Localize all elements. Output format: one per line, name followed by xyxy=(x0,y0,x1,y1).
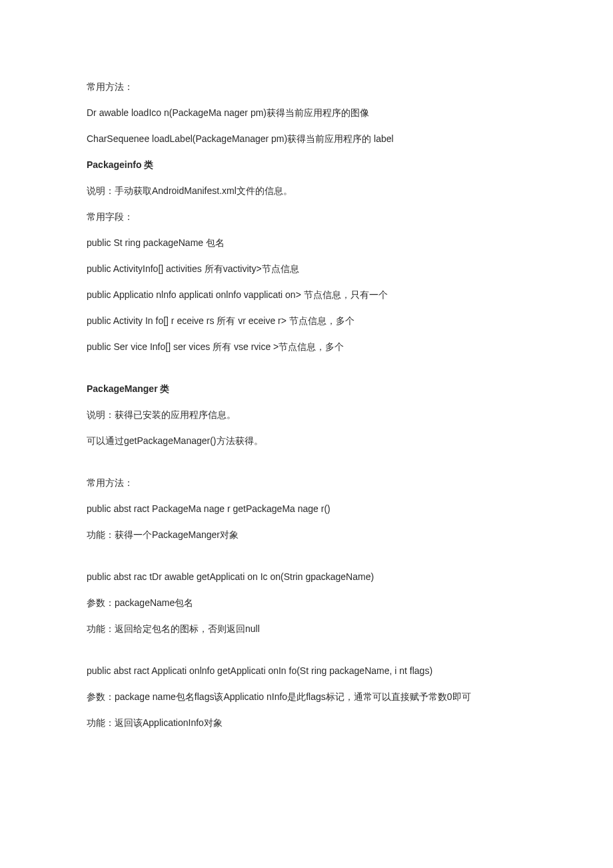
text-line: CharSequenee loadLabel(PackageManager pm… xyxy=(87,132,526,146)
text-line: 说明：获得已安装的应用程序信息。 xyxy=(87,408,526,422)
text-line: public abst rac tDr awable getApplicati … xyxy=(87,570,526,584)
text-line: 常用方法： xyxy=(87,80,526,94)
text-line: public Ser vice Info[] ser vices 所有 vse … xyxy=(87,340,526,354)
text-line: Dr awable loadIco n(PackageMa nager pm)获… xyxy=(87,106,526,120)
blank-line xyxy=(87,648,526,664)
text-line: public abst ract PackageMa nage r getPac… xyxy=(87,502,526,516)
text-line: 参数：package name包名flags该Applicatio nInfo是… xyxy=(87,690,526,704)
text-line: 参数：packageName包名 xyxy=(87,596,526,610)
text-line: 可以通过getPackageManager()方法获得。 xyxy=(87,434,526,448)
document-page: 常用方法：Dr awable loadIco n(PackageMa nager… xyxy=(0,0,613,822)
text-line: public ActivityInfo[] activities 所有vacti… xyxy=(87,262,526,276)
text-line: public Applicatio nlnfo applicati onlnfo… xyxy=(87,288,526,302)
text-line: 常用字段： xyxy=(87,210,526,224)
text-line: 功能：返回该ApplicationInfo对象 xyxy=(87,716,526,730)
text-line: public St ring packageName 包名 xyxy=(87,236,526,250)
blank-line xyxy=(87,366,526,382)
text-line: 常用方法： xyxy=(87,476,526,490)
text-line: 功能：获得一个PackageManger对象 xyxy=(87,528,526,542)
blank-line xyxy=(87,554,526,570)
text-line: 说明：手动获取AndroidManifest.xml文件的信息。 xyxy=(87,184,526,198)
text-line: 功能：返回给定包名的图标，否则返回null xyxy=(87,622,526,636)
section-heading: PackageManger 类 xyxy=(87,382,526,396)
blank-line xyxy=(87,460,526,476)
text-line: public Activity In fo[] r eceive rs 所有 v… xyxy=(87,314,526,328)
text-line: public abst ract Applicati onlnfo getApp… xyxy=(87,664,526,678)
section-heading: Packageinfo 类 xyxy=(87,158,526,172)
